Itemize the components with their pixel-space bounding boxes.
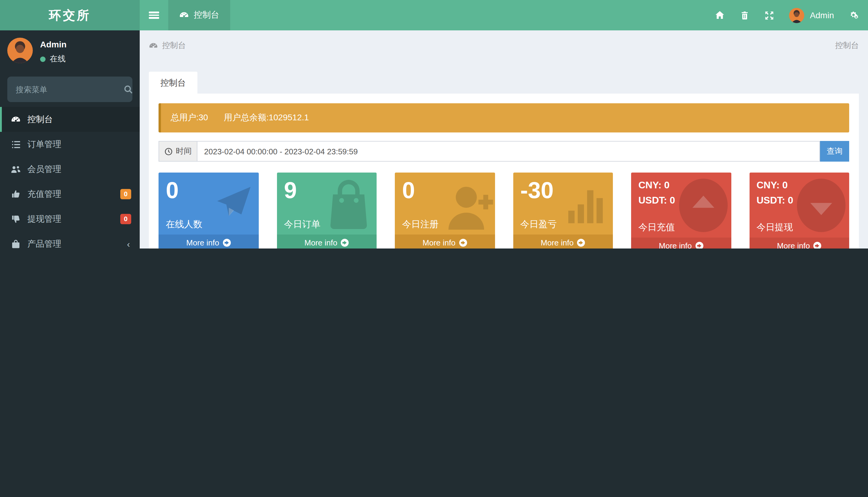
- stat-card-today-deposit: CNY: 0 USDT: 0 今日充值 More info: [631, 173, 731, 248]
- stat-label: 在线人数: [166, 219, 202, 230]
- arrow-circle-icon: [459, 239, 467, 246]
- hamburger-icon: [149, 10, 159, 20]
- gauge-icon: [179, 10, 189, 20]
- search-input[interactable]: [15, 84, 124, 95]
- user-menu[interactable]: Admin: [782, 8, 841, 23]
- trash-icon: [741, 11, 749, 20]
- sidebar-item-withdrawals[interactable]: 提现管理 0: [0, 207, 140, 231]
- thumbs-down-icon: [11, 214, 21, 224]
- trash-button[interactable]: [733, 11, 757, 20]
- total-balance: 用户总余额:1029512.1: [224, 112, 309, 123]
- stat-label: 今日注册: [402, 219, 438, 230]
- bag-icon: [11, 239, 21, 248]
- topbar-right: Admin: [707, 0, 868, 30]
- sidebar-toggle-button[interactable]: [140, 0, 168, 30]
- arrow-circle-icon: [814, 242, 822, 248]
- sidebar-item-products[interactable]: 产品管理: [0, 231, 140, 248]
- gears-icon: [849, 10, 860, 20]
- stat-line-usdt: USDT: 0: [638, 195, 724, 206]
- sidebar-user-status: 在线: [40, 54, 67, 65]
- settings-button[interactable]: [841, 10, 868, 20]
- breadcrumb: 控制台 控制台: [149, 40, 859, 51]
- tab-dashboard[interactable]: 控制台: [149, 72, 198, 94]
- stat-label: 今日充值: [638, 222, 675, 233]
- date-range-input[interactable]: [198, 141, 820, 161]
- deposit-badge: 0: [120, 189, 131, 199]
- more-info-link[interactable]: More info: [159, 235, 259, 248]
- topbar-nav: 控制台: [140, 0, 868, 30]
- dashboard-tabbox: 控制台 总用户:30 用户总余额:1029512.1 时间 查询: [149, 72, 859, 248]
- sidebar-user-name: Admin: [40, 40, 67, 49]
- query-button[interactable]: 查询: [820, 141, 849, 161]
- stat-label: 今日订单: [284, 219, 320, 230]
- list-icon: [11, 140, 21, 148]
- home-icon: [715, 10, 725, 20]
- summary-banner: 总用户:30 用户总余额:1029512.1: [159, 103, 849, 132]
- stat-card-profit: -30 今日盈亏 More info: [513, 173, 613, 248]
- stat-value: 0: [402, 178, 488, 204]
- sidebar-item-deposits[interactable]: 充值管理 0: [0, 182, 140, 207]
- breadcrumb-right: 控制台: [835, 40, 859, 51]
- online-dot-icon: [40, 56, 46, 62]
- expand-icon: [765, 11, 774, 20]
- breadcrumb-current: 控制台: [162, 40, 186, 51]
- tab-body: 总用户:30 用户总余额:1029512.1 时间 查询: [149, 94, 859, 248]
- users-icon: [11, 165, 21, 173]
- home-button[interactable]: [707, 10, 733, 20]
- time-filter: 时间 查询: [159, 141, 849, 161]
- avatar: [7, 38, 33, 63]
- app-window: 环交所 控制台: [0, 0, 868, 248]
- main-content: 控制台 控制台 控制台 总用户:30 用户总余额:1029512.1: [140, 30, 868, 248]
- fullscreen-button[interactable]: [757, 11, 782, 20]
- gauge-icon: [11, 115, 21, 124]
- stat-value: 9: [284, 178, 369, 204]
- more-info-link[interactable]: More info: [513, 235, 613, 248]
- arrow-circle-icon: [577, 239, 585, 246]
- sidebar-item-dashboard[interactable]: 控制台: [0, 107, 140, 132]
- sidebar-search: [7, 76, 132, 102]
- arrow-circle-icon: [341, 239, 349, 246]
- thumbs-up-icon: [11, 189, 21, 199]
- clock-icon: [164, 147, 172, 155]
- arrow-circle-icon: [695, 242, 704, 248]
- stat-label: 今日盈亏: [520, 219, 557, 230]
- stat-value: 0: [166, 178, 251, 204]
- total-users: 总用户:30: [171, 112, 208, 123]
- topbar-tab-dashboard[interactable]: 控制台: [168, 0, 230, 30]
- stat-card-online: 0 在线人数 More info: [159, 173, 259, 248]
- user-name: Admin: [810, 10, 834, 20]
- brand-logo[interactable]: 环交所: [0, 0, 140, 30]
- sidebar-item-orders[interactable]: 订单管理: [0, 132, 140, 157]
- more-info-link[interactable]: More info: [395, 235, 495, 248]
- stat-line-cny: CNY: 0: [638, 180, 724, 191]
- more-info-link[interactable]: More info: [749, 238, 849, 248]
- sidebar: Admin 在线 控制台: [0, 30, 140, 248]
- sidebar-menu: 控制台 订单管理 会员管理 充值管理 0: [0, 107, 140, 248]
- gauge-icon: [149, 41, 158, 50]
- time-label: 时间: [159, 141, 198, 161]
- topbar-tab-label: 控制台: [194, 10, 219, 21]
- stat-card-today-withdrawal: CNY: 0 USDT: 0 今日提现 More info: [749, 173, 849, 248]
- stat-value: -30: [520, 178, 606, 204]
- avatar: [789, 8, 805, 23]
- tab-header: 控制台: [149, 72, 859, 94]
- stat-card-orders: 9 今日订单 More info: [277, 173, 377, 248]
- sidebar-item-members[interactable]: 会员管理: [0, 157, 140, 182]
- stat-line-cny: CNY: 0: [756, 180, 842, 191]
- search-icon[interactable]: [124, 85, 133, 94]
- topbar: 环交所 控制台: [0, 0, 868, 30]
- more-info-link[interactable]: More info: [631, 238, 731, 248]
- chevron-left-icon: [127, 239, 130, 248]
- sidebar-user-panel: Admin 在线: [0, 30, 140, 68]
- stat-line-usdt: USDT: 0: [756, 195, 842, 206]
- arrow-circle-icon: [223, 239, 231, 246]
- withdrawal-badge: 0: [120, 214, 131, 224]
- stat-card-registrations: 0 今日注册 More info: [395, 173, 495, 248]
- more-info-link[interactable]: More info: [277, 235, 377, 248]
- stat-label: 今日提现: [756, 222, 793, 233]
- stat-cards: 0 在线人数 More info: [159, 173, 849, 248]
